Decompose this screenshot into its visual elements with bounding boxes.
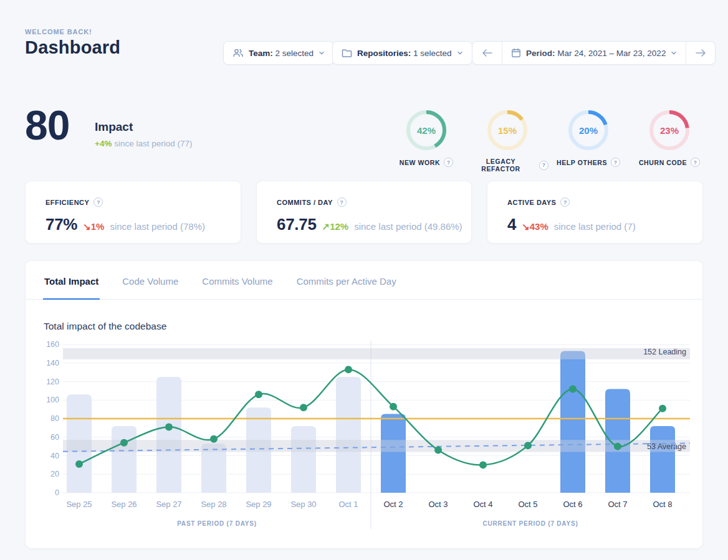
svg-text:160: 160	[46, 340, 59, 349]
donut-value: 23%	[649, 110, 690, 151]
chevron-down-icon	[671, 50, 677, 56]
donut-ring: 15%	[487, 110, 528, 151]
donut-ring: 42%	[406, 110, 447, 151]
svg-text:Sep 30: Sep 30	[290, 500, 316, 509]
trend-down-icon: ↘	[522, 221, 530, 232]
donut-value: 42%	[406, 110, 447, 151]
help-icon[interactable]: ?	[611, 158, 620, 167]
donut-value: 20%	[568, 110, 609, 151]
stat-value: 67.75	[277, 215, 317, 234]
tab-commits-volume[interactable]: Commits Volume	[201, 263, 274, 300]
help-icon[interactable]: ?	[560, 197, 570, 207]
svg-text:20: 20	[50, 470, 59, 478]
svg-text:120: 120	[46, 377, 59, 386]
stat-note: since last period (78%)	[110, 221, 205, 232]
chart-card: Total Impact Code Volume Commits Volume …	[25, 260, 703, 549]
donut-label: NEW WORK	[400, 159, 440, 166]
svg-text:Oct 3: Oct 3	[428, 500, 448, 509]
svg-text:53 Average: 53 Average	[647, 442, 686, 451]
chart-title: Total impact of the codebase	[44, 321, 166, 332]
svg-text:80: 80	[50, 414, 59, 423]
svg-text:0: 0	[55, 488, 59, 497]
stat-delta: ↗12%	[322, 221, 349, 232]
stat-delta: ↘1%	[83, 221, 104, 232]
impact-score: 80	[25, 102, 69, 150]
impact-combo-chart: 020406080100120140160152 Leading53 Avera…	[43, 337, 691, 543]
donut-label: LEGACY REFACTOR	[466, 158, 535, 173]
stat-card-efficiency: EFFICIENCY? 77% ↘1% since last period (7…	[25, 181, 241, 244]
help-icon[interactable]: ?	[444, 158, 453, 167]
donut-label: CHURN CODE	[639, 159, 687, 166]
arrow-left-icon	[482, 49, 493, 57]
svg-text:CURRENT PERIOD (7 DAYS): CURRENT PERIOD (7 DAYS)	[482, 520, 578, 527]
svg-text:Sep 27: Sep 27	[156, 500, 181, 509]
next-period-button[interactable]	[686, 42, 715, 64]
chevron-down-icon	[318, 50, 325, 56]
welcome-text: WELCOME BACK!	[25, 28, 92, 36]
svg-text:60: 60	[50, 433, 59, 442]
folder-icon	[342, 49, 352, 58]
chevron-down-icon	[457, 50, 463, 56]
period-filter-button[interactable]: Period: Mar 24, 2021 – Mar 23, 2022	[502, 42, 686, 64]
donut-label: HELP OTHERS	[557, 159, 607, 166]
stat-value: 77%	[46, 215, 77, 234]
svg-text:PAST PERIOD (7 DAYS): PAST PERIOD (7 DAYS)	[177, 520, 257, 527]
svg-text:152 Leading: 152 Leading	[643, 348, 686, 356]
svg-text:Oct 6: Oct 6	[563, 500, 582, 509]
svg-text:Sep 26: Sep 26	[111, 500, 136, 509]
svg-text:Oct 5: Oct 5	[518, 500, 537, 509]
repositories-filter-button[interactable]: Repositories: 1 selected	[332, 41, 472, 65]
svg-text:Oct 4: Oct 4	[473, 500, 492, 509]
donut-value: 15%	[487, 110, 528, 151]
svg-text:Oct 1: Oct 1	[338, 500, 358, 509]
help-icon[interactable]: ?	[691, 158, 700, 167]
trend-up-icon: ↗	[322, 221, 330, 232]
metric-donut-help-others: 20% HELP OTHERS?	[547, 110, 630, 167]
trend-down-icon: ↘	[83, 221, 91, 232]
svg-text:140: 140	[46, 359, 59, 368]
svg-text:Oct 8: Oct 8	[653, 500, 672, 509]
svg-text:Oct 7: Oct 7	[608, 500, 627, 509]
tab-commits-per-active-day[interactable]: Commits per Active Day	[295, 263, 398, 300]
tab-code-volume[interactable]: Code Volume	[121, 263, 180, 300]
stat-note: since last period (49.86%)	[354, 221, 462, 232]
svg-text:Sep 28: Sep 28	[201, 500, 226, 509]
help-icon[interactable]: ?	[337, 197, 347, 207]
svg-text:Sep 29: Sep 29	[246, 500, 271, 509]
svg-text:40: 40	[50, 452, 59, 460]
stat-label: ACTIVE DAYS	[507, 199, 556, 206]
donut-ring: 23%	[649, 110, 690, 151]
donut-ring: 20%	[568, 110, 609, 151]
team-filter-button[interactable]: Team: 2 selected	[223, 41, 334, 65]
team-people-icon	[232, 48, 244, 58]
stat-note: since last period (7)	[554, 221, 636, 232]
tab-total-impact[interactable]: Total Impact	[43, 263, 100, 300]
impact-label: Impact	[95, 120, 133, 134]
team-filter-label: Team: 2 selected	[249, 49, 314, 58]
period-selector: Period: Mar 24, 2021 – Mar 23, 2022	[472, 41, 716, 65]
stat-card-commits-per-day: COMMITS / DAY? 67.75 ↗12% since last per…	[256, 181, 472, 244]
metric-donut-new-work: 42% NEW WORK?	[385, 110, 467, 167]
svg-text:100: 100	[46, 396, 59, 404]
svg-text:Sep 25: Sep 25	[66, 500, 92, 509]
repositories-filter-label: Repositories: 1 selected	[357, 49, 452, 58]
arrow-right-icon	[695, 49, 706, 57]
chart-tabs: Total Impact Code Volume Commits Volume …	[26, 261, 702, 300]
stat-value: 4	[507, 215, 516, 234]
stat-card-active-days: ACTIVE DAYS? 4 ↘43% since last period (7…	[487, 181, 703, 244]
stat-label: COMMITS / DAY	[277, 199, 333, 206]
period-filter-label: Period: Mar 24, 2021 – Mar 23, 2022	[526, 49, 666, 58]
help-icon[interactable]: ?	[93, 197, 103, 207]
impact-delta: +4% since last period (77)	[95, 139, 192, 148]
impact-delta-note: since last period (77)	[112, 139, 192, 148]
previous-period-button[interactable]	[472, 42, 502, 64]
svg-text:Oct 2: Oct 2	[383, 500, 403, 509]
page-title: Dashboard	[25, 37, 120, 58]
stat-delta: ↘43%	[522, 221, 548, 232]
stat-label: EFFICIENCY	[46, 199, 89, 206]
impact-delta-value: +4%	[95, 139, 112, 148]
calendar-icon	[511, 48, 521, 58]
metric-donut-legacy-refactor: 15% LEGACY REFACTOR?	[466, 110, 548, 173]
metric-donut-churn-code: 23% CHURN CODE?	[628, 110, 711, 167]
